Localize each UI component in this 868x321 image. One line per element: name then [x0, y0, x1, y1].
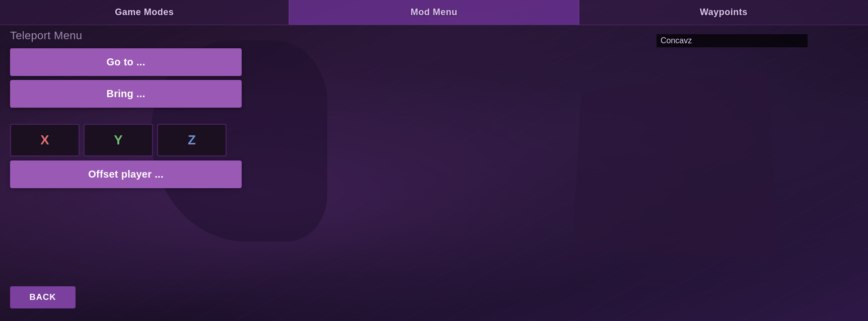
y-coord-button[interactable]: Y [84, 124, 153, 156]
bring-button[interactable]: Bring ... [10, 80, 242, 108]
go-to-button[interactable]: Go to ... [10, 48, 242, 76]
z-coord-button[interactable]: Z [157, 124, 227, 156]
back-button[interactable]: BACK [10, 286, 76, 308]
coord-row: X Y Z [10, 124, 262, 156]
username-bar: Concavz [657, 34, 808, 47]
tab-game-modes[interactable]: Game Modes [0, 0, 289, 25]
x-coord-button[interactable]: X [10, 124, 80, 156]
offset-player-button[interactable]: Offset player ... [10, 160, 242, 188]
tab-waypoints[interactable]: Waypoints [579, 0, 868, 25]
left-panel: Teleport Menu Go to ... Bring ... X Y Z … [10, 29, 262, 192]
main-content: Game Modes Mod Menu Waypoints Teleport M… [0, 0, 868, 321]
top-nav: Game Modes Mod Menu Waypoints [0, 0, 868, 25]
section-title: Teleport Menu [10, 29, 262, 42]
tab-mod-menu[interactable]: Mod Menu [289, 0, 578, 25]
